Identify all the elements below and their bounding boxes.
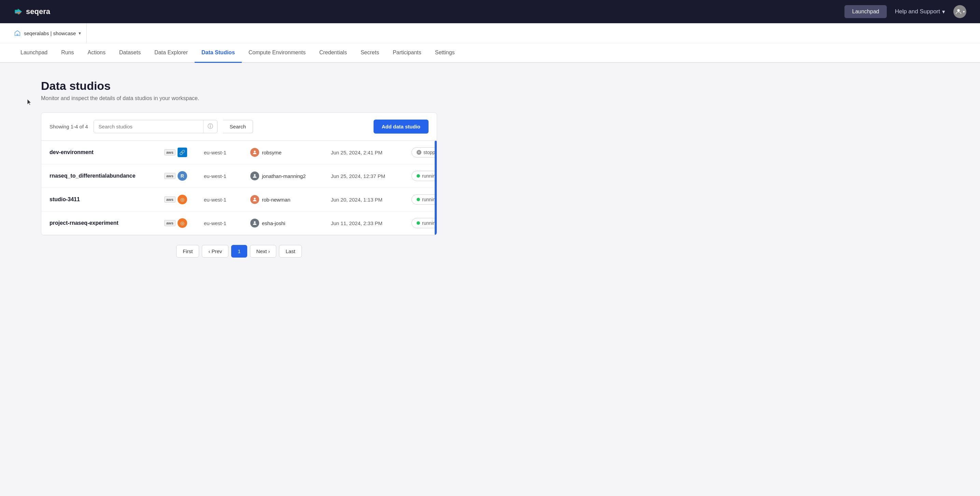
status-badge: running <box>412 218 437 228</box>
studio-icons: aws ◎ <box>164 218 198 228</box>
table-body: dev-environment aws 🔗 eu-west-1 robsyme … <box>41 141 437 235</box>
user-avatar <box>250 195 259 204</box>
studio-user: rob-newman <box>250 195 325 204</box>
studio-icons: aws 🔗 <box>164 148 198 157</box>
studio-region: eu-west-1 <box>204 197 245 203</box>
workspace-dropdown-icon: ▾ <box>78 30 81 36</box>
page-subtitle: Monitor and inspect the details of data … <box>41 95 437 102</box>
status-badge: running <box>412 171 437 181</box>
username: robsyme <box>262 150 282 155</box>
main-content: Data studios Monitor and inspect the det… <box>0 63 478 279</box>
topbar-left: seqera <box>14 7 50 16</box>
toolbar-left: Showing 1-4 of 4 ⓘ Search <box>49 120 253 133</box>
studio-region: eu-west-1 <box>204 173 245 179</box>
pagination: First ‹ Prev 1 Next › Last <box>41 235 437 263</box>
tab-actions[interactable]: Actions <box>81 43 112 63</box>
running-icon <box>417 222 420 225</box>
search-input[interactable] <box>94 120 203 133</box>
tab-runs[interactable]: Runs <box>54 43 81 63</box>
logo: seqera <box>14 7 50 16</box>
last-page-button[interactable]: Last <box>279 245 302 258</box>
brand-name: seqera <box>26 7 50 16</box>
user-avatar <box>250 218 259 228</box>
tab-credentials[interactable]: Credentials <box>312 43 354 63</box>
chevron-down-icon: ▾ <box>942 8 945 15</box>
svg-point-3 <box>254 151 255 152</box>
vscode-icon: 🔗 <box>178 148 187 157</box>
tab-settings[interactable]: Settings <box>428 43 462 63</box>
tab-data-explorer[interactable]: Data Explorer <box>148 43 195 63</box>
tab-datasets[interactable]: Datasets <box>112 43 148 63</box>
studio-timestamp: Jun 25, 2024, 12:37 PM <box>331 173 406 179</box>
scrollbar-track <box>435 141 437 235</box>
stopped-icon: ✕ <box>417 150 422 155</box>
avatar-dropdown-icon: ▾ <box>963 10 965 14</box>
studio-timestamp: Jun 11, 2024, 2:33 PM <box>331 220 406 226</box>
tab-launchpad[interactable]: Launchpad <box>14 43 54 63</box>
search-wrapper: ⓘ <box>94 120 218 133</box>
showing-count: Showing 1-4 of 4 <box>49 124 88 129</box>
studio-user: esha-joshi <box>250 218 325 228</box>
search-button[interactable]: Search <box>223 120 253 133</box>
studio-name: studio-3411 <box>49 196 159 203</box>
main-nav: Launchpad Runs Actions Datasets Data Exp… <box>0 43 980 62</box>
studio-name: rnaseq_to_differentialabundance <box>49 173 159 179</box>
workspace-selector[interactable]: seqeralabs | showcase ▾ <box>14 23 87 43</box>
studio-region: eu-west-1 <box>204 220 245 226</box>
scrollbar-thumb[interactable] <box>435 141 437 235</box>
current-page-button[interactable]: 1 <box>231 245 247 258</box>
add-studio-button[interactable]: Add data studio <box>374 120 428 134</box>
table-row[interactable]: project-rnaseq-experiment aws ◎ eu-west-… <box>41 211 437 235</box>
topbar: seqera Launchpad Help and Support ▾ ▾ <box>0 0 980 23</box>
user-avatar <box>250 171 259 180</box>
studio-timestamp: Jun 25, 2024, 2:41 PM <box>331 150 406 155</box>
status-badge: ✕ stopped <box>412 147 437 158</box>
svg-point-4 <box>254 174 255 176</box>
avatar[interactable]: ▾ <box>953 5 966 18</box>
svg-point-1 <box>957 9 959 12</box>
username: esha-joshi <box>262 220 285 226</box>
studio-name: dev-environment <box>49 149 159 155</box>
aws-badge: aws <box>164 196 175 203</box>
jupyter-icon: ◎ <box>178 218 187 228</box>
first-page-button[interactable]: First <box>176 245 199 258</box>
table-row[interactable]: dev-environment aws 🔗 eu-west-1 robsyme … <box>41 141 437 164</box>
studio-icons: aws R <box>164 171 198 181</box>
aws-badge: aws <box>164 220 175 226</box>
tab-secrets[interactable]: Secrets <box>354 43 386 63</box>
running-icon <box>417 198 420 201</box>
studio-name: project-rnaseq-experiment <box>49 220 159 226</box>
chevron-right-icon: › <box>268 248 270 254</box>
studios-table-container: Showing 1-4 of 4 ⓘ Search Add data studi… <box>41 112 437 235</box>
aws-badge: aws <box>164 173 175 179</box>
studio-user: robsyme <box>250 148 325 157</box>
svg-point-5 <box>254 198 255 199</box>
page-title: Data studios <box>41 79 437 93</box>
studio-region: eu-west-1 <box>204 150 245 155</box>
workspace-bar: seqeralabs | showcase ▾ <box>0 23 980 43</box>
workspace-name: seqeralabs | showcase <box>24 30 76 36</box>
svg-rect-2 <box>16 34 18 36</box>
help-support-button[interactable]: Help and Support ▾ <box>895 8 945 15</box>
table-toolbar: Showing 1-4 of 4 ⓘ Search Add data studi… <box>41 113 437 141</box>
studio-timestamp: Jun 20, 2024, 1:13 PM <box>331 197 406 203</box>
topbar-right: Launchpad Help and Support ▾ ▾ <box>845 5 966 18</box>
table-row[interactable]: rnaseq_to_differentialabundance aws R eu… <box>41 164 437 188</box>
studio-user: jonathan-manning2 <box>250 171 325 180</box>
tab-participants[interactable]: Participants <box>386 43 428 63</box>
table-row[interactable]: studio-3411 aws ◎ eu-west-1 rob-newman J… <box>41 188 437 211</box>
next-page-button[interactable]: Next › <box>250 245 277 258</box>
tab-compute-environments[interactable]: Compute Environments <box>242 43 312 63</box>
status-badge: running <box>412 195 437 205</box>
username: rob-newman <box>262 197 290 203</box>
nav-container: seqeralabs | showcase ▾ Launchpad Runs A… <box>0 23 980 63</box>
jupyter-icon: ◎ <box>178 195 187 204</box>
svg-point-6 <box>254 222 255 223</box>
chevron-left-icon: ‹ <box>208 248 210 254</box>
launchpad-topbar-button[interactable]: Launchpad <box>845 5 886 18</box>
info-icon[interactable]: ⓘ <box>203 120 217 133</box>
tab-data-studios[interactable]: Data Studios <box>195 43 242 63</box>
studio-icons: aws ◎ <box>164 195 198 204</box>
prev-page-button[interactable]: ‹ Prev <box>202 245 228 258</box>
rstudio-icon: R <box>178 171 187 181</box>
